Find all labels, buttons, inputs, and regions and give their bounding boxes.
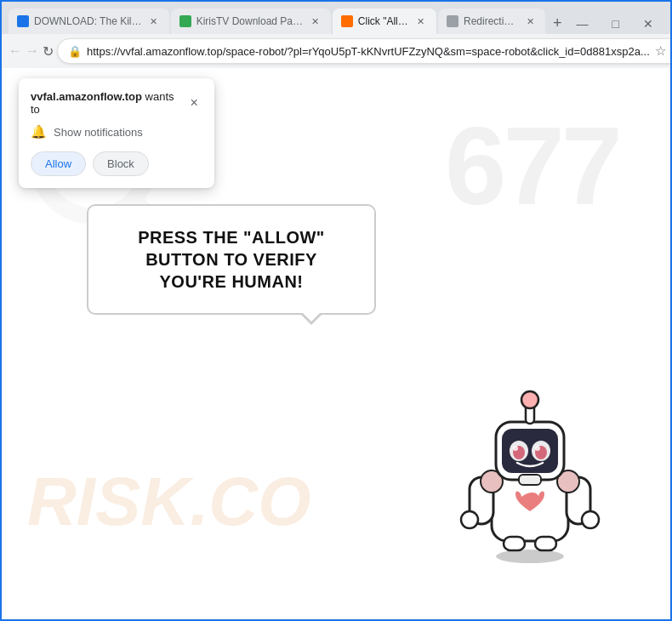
lock-icon: 🔒 [68, 45, 82, 58]
bubble-text: PRESS THE "ALLOW" BUTTON TO VERIFY YOU'R… [138, 228, 325, 291]
svg-rect-8 [504, 537, 525, 550]
popup-site-text: vvfal.amazonflow.top wants to [31, 90, 185, 116]
browser-viewport: 677 RISK.CO vvfal.amazonflow.top wants t… [2, 68, 670, 592]
tab-4-close[interactable]: ✕ [523, 14, 537, 28]
tab-4-favicon [447, 15, 458, 27]
tab-2-favicon [179, 15, 191, 27]
tab-3-favicon [341, 15, 353, 27]
popup-close-button[interactable]: × [185, 94, 202, 111]
popup-buttons: Allow Block [31, 151, 202, 176]
tabs-bar: DOWNLOAD: The Killer... ✕ KirisTV Downlo… [2, 2, 670, 34]
browser-window: DOWNLOAD: The Killer... ✕ KirisTV Downlo… [2, 2, 670, 68]
popup-permission-text: Show notifications [54, 126, 143, 139]
refresh-button[interactable]: ↻ [43, 39, 54, 63]
svg-rect-11 [519, 475, 541, 485]
tab-4[interactable]: Redirecting... ✕ [438, 9, 545, 34]
bell-icon: 🔔 [31, 124, 47, 140]
robot-svg [458, 371, 602, 567]
allow-button[interactable]: Allow [31, 151, 86, 176]
tab-3[interactable]: Click "Allow" ✕ [333, 9, 436, 34]
tab-1-favicon [17, 15, 29, 27]
svg-rect-9 [535, 537, 556, 550]
bookmark-icon: ☆ [655, 43, 666, 59]
watermark-numbers: 677 [445, 102, 619, 230]
tab-1-title: DOWNLOAD: The Killer... [34, 15, 142, 27]
tab-1[interactable]: DOWNLOAD: The Killer... ✕ [9, 9, 169, 34]
svg-point-17 [513, 446, 518, 451]
tab-2-title: KirisTV Download Page... [196, 15, 304, 27]
notification-popup: vvfal.amazonflow.top wants to × 🔔 Show n… [19, 78, 214, 188]
minimize-button[interactable]: — [570, 14, 595, 34]
robot-character [458, 371, 602, 558]
window-controls: — □ ✕ [570, 14, 663, 34]
svg-point-2 [496, 550, 564, 563]
speech-bubble: PRESS THE "ALLOW" BUTTON TO VERIFY YOU'R… [87, 204, 376, 315]
popup-header: vvfal.amazonflow.top wants to × [31, 90, 202, 116]
address-bar[interactable]: 🔒 https://vvfal.amazonflow.top/space-rob… [57, 38, 672, 64]
tab-2[interactable]: KirisTV Download Page... ✕ [171, 9, 331, 34]
popup-permission-row: 🔔 Show notifications [31, 124, 202, 140]
tab-4-title: Redirecting... [464, 15, 518, 27]
svg-point-21 [461, 511, 478, 528]
tab-3-close[interactable]: ✕ [414, 14, 428, 28]
tab-2-close[interactable]: ✕ [309, 14, 322, 28]
svg-point-22 [582, 511, 599, 528]
svg-point-18 [535, 446, 540, 451]
close-button[interactable]: ✕ [636, 14, 660, 34]
back-button[interactable]: ← [9, 39, 22, 63]
page-content: 677 RISK.CO vvfal.amazonflow.top wants t… [2, 68, 670, 592]
tab-1-close[interactable]: ✕ [147, 14, 161, 28]
tab-3-title: Click "Allow" [358, 15, 409, 27]
popup-site-domain: vvfal.amazonflow.top [31, 90, 142, 103]
svg-point-20 [521, 391, 538, 408]
address-bar-row: ← → ↻ 🔒 https://vvfal.amazonflow.top/spa… [2, 34, 670, 68]
new-tab-button[interactable]: + [547, 12, 567, 34]
maximize-button[interactable]: □ [606, 14, 626, 34]
url-text: https://vvfal.amazonflow.top/space-robot… [87, 45, 650, 58]
block-button[interactable]: Block [93, 151, 149, 176]
forward-button[interactable]: → [26, 39, 39, 63]
watermark-risk-text: RISK.CO [27, 463, 310, 541]
